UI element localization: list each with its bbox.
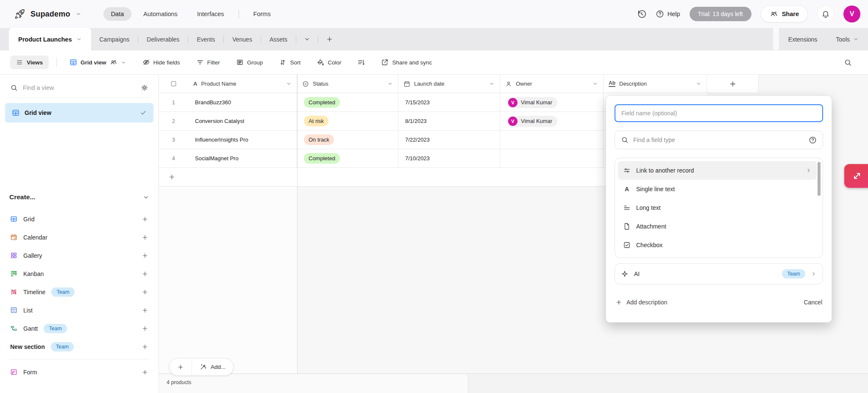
help-button[interactable]: Help (656, 10, 680, 18)
field-type-search-input[interactable] (633, 137, 804, 143)
create-item-list[interactable]: List (0, 301, 159, 319)
frozen-column-divider[interactable] (297, 75, 298, 393)
views-button[interactable]: Views (10, 56, 49, 69)
table-tab-venues[interactable]: Venues (224, 36, 261, 43)
table-tab-deliverables[interactable]: Deliverables (138, 36, 188, 43)
add-record-button[interactable] (170, 359, 192, 375)
collaborators-icon (110, 59, 117, 66)
field-type-single-line-text[interactable]: A Single line text (618, 180, 817, 198)
cell-launch-date[interactable]: 7/10/2023 (398, 149, 500, 167)
field-type-ai[interactable]: AI Team (615, 263, 823, 284)
tools-button[interactable]: Tools (826, 36, 868, 43)
notifications-button[interactable] (817, 6, 834, 22)
nav-tab-automations[interactable]: Automations (136, 7, 185, 21)
cell-product-name[interactable]: BrandBuzz360 (188, 93, 297, 111)
workspace-brand[interactable]: Supademo (14, 8, 81, 20)
sidebar-view-grid-view[interactable]: Grid view (5, 103, 153, 123)
share-button[interactable]: Share (761, 6, 808, 22)
question-circle-icon[interactable] (809, 136, 817, 144)
cell-product-name[interactable]: InfluencerInsights Pro (188, 131, 297, 149)
table-tab-events[interactable]: Events (188, 36, 223, 43)
plus-icon[interactable] (142, 289, 148, 295)
cancel-button[interactable]: Cancel (804, 299, 822, 306)
cell-status[interactable]: Completed (297, 93, 398, 111)
cell-product-name[interactable]: Conversion Catalyst (188, 112, 297, 130)
table-tab-assets[interactable]: Assets (261, 36, 296, 43)
plus-icon[interactable] (142, 234, 148, 241)
add-with-ai-button[interactable]: Add... (192, 359, 233, 375)
table-list-chevron-button[interactable] (296, 36, 318, 42)
field-type-checkbox[interactable]: Checkbox (618, 236, 817, 254)
column-header-owner[interactable]: Owner (500, 75, 604, 93)
create-item-calendar[interactable]: Calendar (0, 228, 159, 246)
history-icon[interactable] (637, 9, 646, 19)
column-header-product-name[interactable]: A Product Name (188, 75, 297, 93)
chevron-down-icon[interactable] (387, 81, 393, 86)
create-item-kanban[interactable]: Kanban (0, 265, 159, 283)
chevron-down-icon[interactable] (593, 81, 598, 86)
cell-launch-date[interactable]: 7/22/2023 (398, 131, 500, 149)
create-item-timeline[interactable]: Timeline Team (0, 283, 159, 301)
field-type-link-record[interactable]: Link to another record (618, 161, 817, 180)
team-badge: Team (44, 324, 67, 333)
create-item-gantt[interactable]: Gantt Team (0, 319, 159, 337)
plus-icon[interactable] (142, 216, 148, 223)
current-view-button[interactable]: Grid view (64, 55, 131, 70)
cell-owner[interactable]: V Vimal Kumar (500, 93, 604, 111)
chevron-down-icon[interactable] (489, 81, 495, 86)
chevron-down-icon[interactable] (286, 81, 292, 86)
cell-owner[interactable] (500, 131, 604, 149)
plus-icon[interactable] (142, 307, 148, 314)
nav-tab-data[interactable]: Data (103, 7, 132, 21)
plus-icon[interactable] (142, 369, 148, 376)
add-table-button[interactable] (318, 36, 341, 43)
table-tab-campaigns[interactable]: Campaigns (91, 36, 138, 43)
cell-launch-date[interactable]: 7/15/2023 (398, 93, 500, 111)
demo-widget-tab[interactable] (844, 164, 868, 188)
cell-launch-date[interactable]: 8/1/2023 (398, 112, 500, 130)
field-name-input[interactable] (615, 104, 823, 122)
search-button[interactable] (838, 56, 858, 69)
extensions-button[interactable]: Extensions (779, 36, 826, 43)
color-button[interactable]: Color (312, 55, 346, 70)
group-button[interactable]: Group (231, 55, 268, 70)
cell-owner[interactable]: V Vimal Kumar (500, 112, 604, 130)
nav-tab-interfaces[interactable]: Interfaces (189, 7, 232, 21)
find-view-input[interactable] (23, 84, 136, 91)
field-type-long-text[interactable]: Long text (618, 198, 817, 217)
chevron-down-icon[interactable] (75, 11, 81, 17)
select-all-cell[interactable] (159, 75, 188, 93)
plus-icon[interactable] (142, 270, 148, 277)
plus-icon[interactable] (142, 325, 148, 332)
nav-tab-forms[interactable]: Forms (246, 7, 278, 21)
filter-button[interactable]: Filter (191, 55, 225, 70)
share-sync-button[interactable]: Share and sync (376, 55, 437, 70)
share-sync-label: Share and sync (392, 59, 432, 66)
cell-product-name[interactable]: SocialMagnet Pro (188, 149, 297, 167)
cell-status[interactable]: At risk (297, 112, 398, 130)
sort-button[interactable]: Sort (274, 55, 306, 70)
hide-fields-button[interactable]: Hide fields (137, 55, 185, 70)
plus-icon[interactable] (142, 252, 148, 259)
cell-status[interactable]: Completed (297, 149, 398, 167)
chevron-down-icon[interactable] (696, 81, 701, 86)
add-description-button[interactable]: Add description (615, 299, 668, 306)
create-item-new-section[interactable]: New section Team (0, 337, 159, 356)
add-field-button[interactable] (707, 75, 759, 93)
column-header-description[interactable]: Ab Description (604, 75, 707, 93)
scrollbar-thumb[interactable] (818, 162, 821, 196)
plus-icon[interactable] (142, 343, 148, 350)
create-item-grid[interactable]: Grid (0, 210, 159, 228)
cell-owner[interactable] (500, 149, 604, 167)
create-section-header[interactable]: Create... (9, 190, 149, 205)
column-header-status[interactable]: Status (297, 75, 398, 93)
cell-status[interactable]: On track (297, 131, 398, 149)
create-item-form[interactable]: Form (0, 363, 159, 381)
table-tab-active[interactable]: Product Launches (9, 28, 91, 50)
column-header-launch-date[interactable]: Launch date (398, 75, 500, 93)
field-type-attachment[interactable]: Attachment (618, 217, 817, 236)
row-height-button[interactable] (352, 55, 370, 70)
user-avatar[interactable]: V (843, 6, 860, 22)
gear-icon[interactable] (141, 84, 148, 92)
create-item-gallery[interactable]: Gallery (0, 246, 159, 265)
